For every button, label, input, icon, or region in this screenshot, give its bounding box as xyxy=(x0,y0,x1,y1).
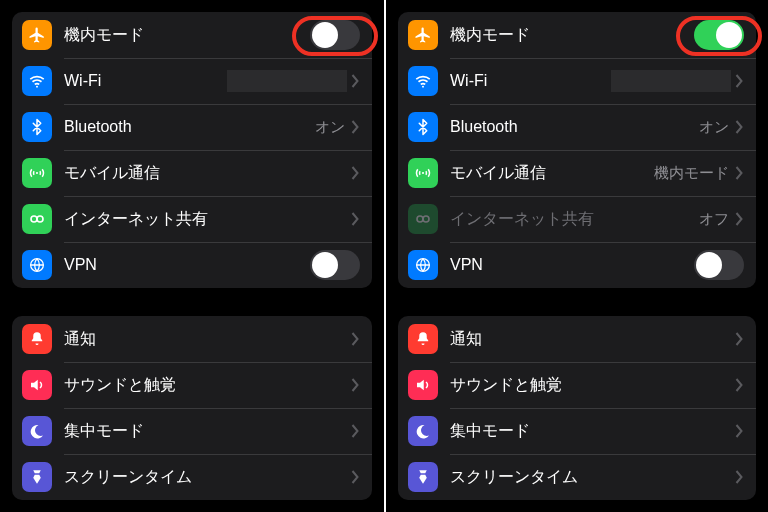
row-wifi[interactable]: Wi-Fi xyxy=(398,58,756,104)
row-hotspot[interactable]: インターネット共有 xyxy=(12,196,372,242)
bluetooth-icon xyxy=(22,112,52,142)
svg-point-6 xyxy=(422,172,424,174)
wifi-label: Wi-Fi xyxy=(450,72,611,90)
vpn-toggle[interactable] xyxy=(310,250,360,280)
chevron-right-icon xyxy=(351,74,360,88)
row-notifications[interactable]: 通知 xyxy=(398,316,756,362)
notifications-label: 通知 xyxy=(450,329,735,350)
chevron-right-icon xyxy=(351,470,360,484)
row-vpn[interactable]: VPN xyxy=(12,242,372,288)
chevron-right-icon xyxy=(735,212,744,226)
screentime-icon xyxy=(22,462,52,492)
hotspot-icon xyxy=(408,204,438,234)
notifications-icon xyxy=(408,324,438,354)
row-focus[interactable]: 集中モード xyxy=(12,408,372,454)
row-wifi[interactable]: Wi-Fi xyxy=(12,58,372,104)
row-screentime[interactable]: スクリーンタイム xyxy=(398,454,756,500)
chevron-right-icon xyxy=(351,212,360,226)
cellular-icon xyxy=(22,158,52,188)
row-notifications[interactable]: 通知 xyxy=(12,316,372,362)
focus-label: 集中モード xyxy=(450,421,735,442)
focus-label: 集中モード xyxy=(64,421,351,442)
chevron-right-icon xyxy=(735,332,744,346)
row-cellular[interactable]: モバイル通信 xyxy=(12,150,372,196)
airplane-label: 機内モード xyxy=(450,25,694,46)
hotspot-label: インターネット共有 xyxy=(450,209,699,230)
vpn-label: VPN xyxy=(64,256,310,274)
svg-point-7 xyxy=(417,216,423,222)
bluetooth-value: オン xyxy=(699,118,729,137)
row-bluetooth[interactable]: Bluetooth オン xyxy=(12,104,372,150)
settings-pane-right: 機内モード Wi-Fi Bluetooth オン モバイル通信 機内モード xyxy=(384,0,768,512)
bluetooth-value: オン xyxy=(315,118,345,137)
chevron-right-icon xyxy=(351,378,360,392)
settings-group-network: 機内モード Wi-Fi Bluetooth オン モバイル通信 xyxy=(12,12,372,288)
chevron-right-icon xyxy=(735,378,744,392)
airplane-label: 機内モード xyxy=(64,25,310,46)
chevron-right-icon xyxy=(351,120,360,134)
row-focus[interactable]: 集中モード xyxy=(398,408,756,454)
cellular-value: 機内モード xyxy=(654,164,729,183)
focus-icon xyxy=(408,416,438,446)
notifications-icon xyxy=(22,324,52,354)
screentime-icon xyxy=(408,462,438,492)
hotspot-value: オフ xyxy=(699,210,729,229)
airplane-toggle[interactable] xyxy=(310,20,360,50)
row-cellular[interactable]: モバイル通信 機内モード xyxy=(398,150,756,196)
sounds-icon xyxy=(408,370,438,400)
vpn-icon xyxy=(22,250,52,280)
cellular-icon xyxy=(408,158,438,188)
svg-point-5 xyxy=(422,86,424,88)
screentime-label: スクリーンタイム xyxy=(64,467,351,488)
cellular-label: モバイル通信 xyxy=(64,163,351,184)
cellular-label: モバイル通信 xyxy=(450,163,654,184)
row-screentime[interactable]: スクリーンタイム xyxy=(12,454,372,500)
airplane-icon xyxy=(408,20,438,50)
settings-group-network: 機内モード Wi-Fi Bluetooth オン モバイル通信 機内モード xyxy=(398,12,756,288)
row-bluetooth[interactable]: Bluetooth オン xyxy=(398,104,756,150)
wifi-label: Wi-Fi xyxy=(64,72,227,90)
airplane-icon xyxy=(22,20,52,50)
row-sounds[interactable]: サウンドと触覚 xyxy=(12,362,372,408)
wifi-icon xyxy=(408,66,438,96)
svg-point-3 xyxy=(37,216,43,222)
chevron-right-icon xyxy=(735,166,744,180)
wifi-redacted-value xyxy=(611,70,731,92)
bluetooth-label: Bluetooth xyxy=(450,118,699,136)
bluetooth-label: Bluetooth xyxy=(64,118,315,136)
sounds-label: サウンドと触覚 xyxy=(64,375,351,396)
hotspot-label: インターネット共有 xyxy=(64,209,351,230)
row-vpn[interactable]: VPN xyxy=(398,242,756,288)
chevron-right-icon xyxy=(351,424,360,438)
svg-point-1 xyxy=(36,172,38,174)
row-airplane-mode[interactable]: 機内モード xyxy=(12,12,372,58)
chevron-right-icon xyxy=(351,332,360,346)
chevron-right-icon xyxy=(735,120,744,134)
settings-group-notifications: 通知 サウンドと触覚 集中モード スクリーンタイム xyxy=(398,316,756,500)
vpn-toggle[interactable] xyxy=(694,250,744,280)
airplane-toggle[interactable] xyxy=(694,20,744,50)
svg-point-8 xyxy=(423,216,429,222)
row-hotspot: インターネット共有 オフ xyxy=(398,196,756,242)
chevron-right-icon xyxy=(735,424,744,438)
sounds-label: サウンドと触覚 xyxy=(450,375,735,396)
sounds-icon xyxy=(22,370,52,400)
settings-pane-left: 機内モード Wi-Fi Bluetooth オン モバイル通信 xyxy=(0,0,384,512)
vpn-icon xyxy=(408,250,438,280)
settings-group-notifications: 通知 サウンドと触覚 集中モード スクリーンタイム xyxy=(12,316,372,500)
vpn-label: VPN xyxy=(450,256,694,274)
row-airplane-mode[interactable]: 機内モード xyxy=(398,12,756,58)
wifi-icon xyxy=(22,66,52,96)
bluetooth-icon xyxy=(408,112,438,142)
hotspot-icon xyxy=(22,204,52,234)
screentime-label: スクリーンタイム xyxy=(450,467,735,488)
focus-icon xyxy=(22,416,52,446)
chevron-right-icon xyxy=(735,74,744,88)
chevron-right-icon xyxy=(351,166,360,180)
chevron-right-icon xyxy=(735,470,744,484)
svg-point-0 xyxy=(36,86,38,88)
notifications-label: 通知 xyxy=(64,329,351,350)
svg-point-2 xyxy=(31,216,37,222)
row-sounds[interactable]: サウンドと触覚 xyxy=(398,362,756,408)
wifi-redacted-value xyxy=(227,70,347,92)
